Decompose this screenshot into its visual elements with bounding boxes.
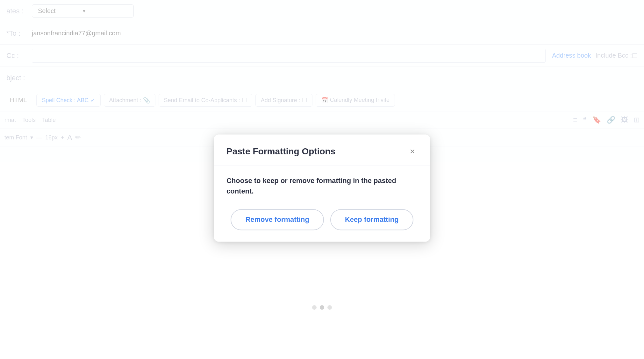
modal-action-buttons: Remove formatting Keep formatting (226, 209, 418, 230)
modal-header: Paste Formatting Options × (214, 134, 430, 165)
keep-formatting-button[interactable]: Keep formatting (330, 209, 413, 230)
modal-description: Choose to keep or remove formatting in t… (226, 175, 418, 196)
paste-formatting-modal: Paste Formatting Options × Choose to kee… (214, 134, 430, 242)
remove-formatting-button[interactable]: Remove formatting (231, 209, 324, 230)
modal-body: Choose to keep or remove formatting in t… (214, 165, 430, 242)
modal-close-button[interactable]: × (407, 146, 418, 157)
modal-title: Paste Formatting Options (226, 146, 335, 157)
